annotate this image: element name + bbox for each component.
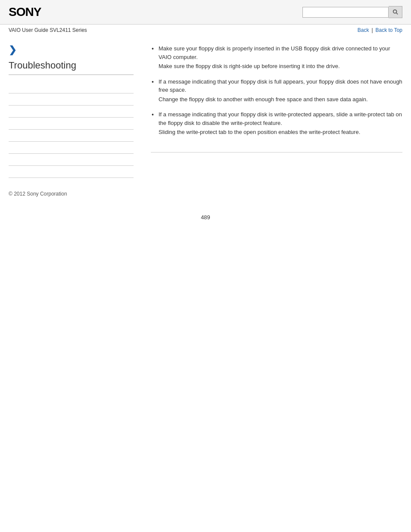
- bullet-item-2-main: If a message indicating that your floppy…: [159, 78, 402, 93]
- guide-title: VAIO User Guide SVL2411 Series: [9, 27, 87, 33]
- nav-links: Back | Back to Top: [358, 27, 402, 33]
- bullet-item-2: If a message indicating that your floppy…: [151, 78, 402, 104]
- list-item[interactable]: [9, 81, 134, 93]
- search-container: [302, 6, 402, 18]
- svg-point-0: [393, 10, 396, 13]
- bullet-item-1: Make sure your floppy disk is properly i…: [151, 44, 402, 71]
- search-icon: [392, 9, 399, 15]
- bullet-item-3: If a message indicating that your floppy…: [151, 110, 402, 137]
- list-item[interactable]: [9, 93, 134, 106]
- bullet-item-1-sub: Make sure the floppy disk is right-side …: [159, 62, 402, 71]
- list-item[interactable]: [9, 154, 134, 166]
- back-to-top-link[interactable]: Back to Top: [376, 27, 402, 33]
- bullet-item-1-main: Make sure your floppy disk is properly i…: [159, 45, 390, 60]
- page-number: 489: [0, 205, 411, 229]
- copyright-text: © 2012 Sony Corporation: [9, 191, 67, 197]
- nav-bar: VAIO User Guide SVL2411 Series Back | Ba…: [0, 25, 411, 36]
- search-button[interactable]: [389, 6, 402, 18]
- search-input[interactable]: [302, 7, 389, 18]
- bullet-item-3-main: If a message indicating that your floppy…: [159, 111, 402, 126]
- bullet-item-3-sub: Sliding the write-protect tab to the ope…: [159, 128, 402, 137]
- list-item[interactable]: [9, 118, 134, 130]
- list-item[interactable]: [9, 166, 134, 178]
- header: SONY: [0, 0, 411, 25]
- sidebar-chevron[interactable]: ❯: [9, 44, 134, 56]
- content-area: Make sure your floppy disk is properly i…: [142, 40, 402, 178]
- nav-separator: |: [371, 27, 373, 33]
- list-item[interactable]: [9, 130, 134, 142]
- list-item[interactable]: [9, 142, 134, 154]
- sony-logo: SONY: [9, 5, 41, 19]
- footer: © 2012 Sony Corporation: [0, 182, 411, 205]
- main-content: ❯ Troubleshooting Make sure your floppy …: [0, 36, 411, 182]
- back-link[interactable]: Back: [358, 27, 369, 33]
- list-item[interactable]: [9, 106, 134, 118]
- bullet-item-2-sub: Change the floppy disk to another with e…: [159, 95, 402, 104]
- sidebar: ❯ Troubleshooting: [9, 40, 142, 178]
- svg-line-1: [396, 13, 398, 15]
- content-list: Make sure your floppy disk is properly i…: [151, 40, 402, 148]
- sidebar-title: Troubleshooting: [9, 60, 134, 75]
- content-divider: [151, 152, 402, 152]
- sidebar-items: [9, 81, 134, 178]
